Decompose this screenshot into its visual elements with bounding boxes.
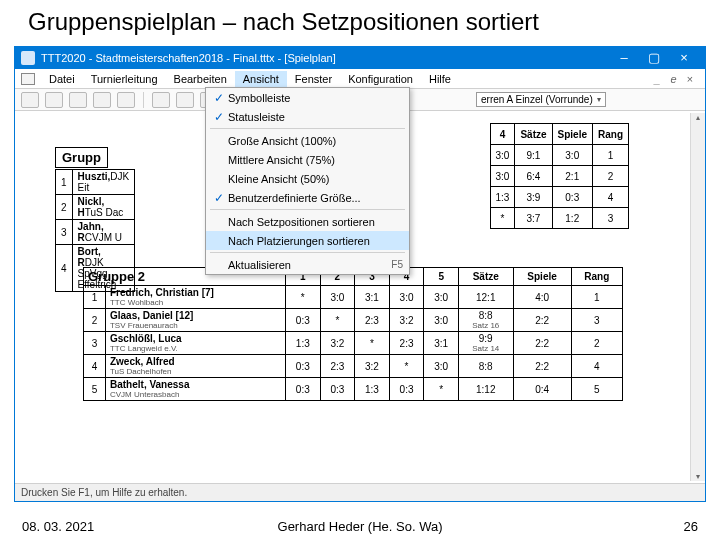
minimize-button[interactable]: – [609, 47, 639, 69]
mdi-close-icon[interactable]: × [687, 73, 693, 85]
menu-bearbeiten[interactable]: Bearbeiten [166, 71, 235, 87]
submenu-sort-platzierungen[interactable]: Nach Platzierungen sortieren [206, 231, 409, 250]
slide-footer: 08. 03. 2021 Gerhard Heder (He. So. Wa) … [0, 519, 720, 534]
col-rang: Rang [593, 124, 629, 145]
app-window: TTT2020 - Stadtmeisterschaften2018 - Fin… [14, 46, 706, 502]
table-row: 5 Bathelt, VanessaCVJM Unterasbach 0:30:… [84, 378, 623, 401]
submenu-sort-setzpositionen[interactable]: Nach Setzpositionen sortieren [206, 212, 409, 231]
toolbar-btn[interactable] [69, 92, 87, 108]
col-4: 4 [490, 124, 515, 145]
submenu-symbolleiste[interactable]: ✓Symbolleiste [206, 88, 409, 107]
chevron-down-icon: ▾ [597, 95, 601, 104]
menu-hilfe[interactable]: Hilfe [421, 71, 459, 87]
slide-title: Gruppenspielplan – nach Setzpositionen s… [0, 0, 720, 42]
submenu-grosse-ansicht[interactable]: Große Ansicht (100%) [206, 131, 409, 150]
status-text: Drucken Sie F1, um Hilfe zu erhalten. [21, 487, 187, 498]
toolbar-btn[interactable] [117, 92, 135, 108]
submenu-kleine-ansicht[interactable]: Kleine Ansicht (50%) [206, 169, 409, 188]
mdi-restore-icon[interactable]: e [670, 73, 676, 85]
toolbar-btn[interactable] [176, 92, 194, 108]
mdi-icon[interactable] [21, 73, 35, 85]
class-combo[interactable]: erren A Einzel (Vorrunde) ▾ [476, 92, 606, 107]
menu-fenster[interactable]: Fenster [287, 71, 340, 87]
submenu-benutzerdef[interactable]: ✓Benutzerdefinierte Größe... [206, 188, 409, 207]
menu-konfiguration[interactable]: Konfiguration [340, 71, 421, 87]
submenu-statusleiste[interactable]: ✓Statusleiste [206, 107, 409, 126]
maximize-button[interactable]: ▢ [639, 47, 669, 69]
submenu-aktualisieren[interactable]: AktualisierenF5 [206, 255, 409, 274]
col-spiele: Spiele [552, 124, 592, 145]
col-saetze: Sätze [515, 124, 552, 145]
table-row: 2 Glaas, Daniel [12]TSV Frauenaurach 0:3… [84, 309, 623, 332]
toolbar-btn[interactable] [21, 92, 39, 108]
toolbar-btn[interactable] [45, 92, 63, 108]
footer-author: Gerhard Heder (He. So. Wa) [278, 519, 443, 534]
toolbar-btn[interactable] [152, 92, 170, 108]
table-row: 3 Gschlößl, LucaTTC Langweid e.V. 1:33:2… [84, 332, 623, 355]
submenu-ansicht: ✓Symbolleiste ✓Statusleiste Große Ansich… [205, 87, 410, 275]
toolbar-btn[interactable] [93, 92, 111, 108]
menubar: Datei Turnierleitung Bearbeiten Ansicht … [15, 69, 705, 89]
footer-page: 26 [684, 519, 698, 534]
mdi-min-icon[interactable]: _ [654, 73, 660, 85]
footer-date: 08. 03. 2021 [22, 519, 94, 534]
group2-table: Gruppe 2 1 2 3 4 5 Sätze Spiele Rang 1 F… [83, 267, 623, 401]
close-button[interactable]: × [669, 47, 699, 69]
statusbar: Drucken Sie F1, um Hilfe zu erhalten. [15, 483, 705, 501]
group1-table: 4 Sätze Spiele Rang 3:09:13:01 3:06:42:1… [490, 123, 630, 229]
class-combo-value: erren A Einzel (Vorrunde) [481, 94, 593, 105]
table-row: 1 Fredrich, Christian [7]TTC Wohlbach *3… [84, 286, 623, 309]
titlebar: TTT2020 - Stadtmeisterschaften2018 - Fin… [15, 47, 705, 69]
menu-ansicht[interactable]: Ansicht [235, 71, 287, 87]
group1-title: Grupp [55, 147, 108, 168]
vertical-scrollbar[interactable] [690, 113, 705, 481]
app-icon [21, 51, 35, 65]
submenu-mittlere-ansicht[interactable]: Mittlere Ansicht (75%) [206, 150, 409, 169]
window-title: TTT2020 - Stadtmeisterschaften2018 - Fin… [41, 52, 609, 64]
menu-datei[interactable]: Datei [41, 71, 83, 87]
menu-turnierleitung[interactable]: Turnierleitung [83, 71, 166, 87]
table-row: 4 Zweck, AlfredTuS Dachelhofen 0:32:33:2… [84, 355, 623, 378]
